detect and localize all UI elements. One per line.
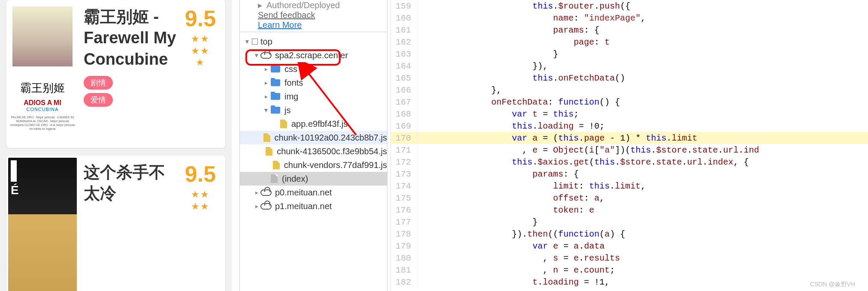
code-text: page: t	[429, 37, 610, 47]
code-line[interactable]: 163 }	[391, 48, 868, 60]
tag[interactable]: 爱情	[84, 93, 113, 107]
chevron-down-icon: ▼	[243, 38, 251, 45]
tree-folder-css[interactable]: ▸ css	[240, 62, 387, 76]
js-file-icon	[263, 133, 270, 142]
cloud-icon	[260, 189, 272, 196]
star-icons: ★★★★	[180, 189, 221, 212]
learn-more-link[interactable]: Learn More	[258, 20, 302, 30]
chevron-right-icon: ▸	[253, 203, 260, 210]
line-number: 161	[391, 25, 417, 35]
code-line[interactable]: 182 t.loading = !1,	[391, 276, 868, 288]
tree-file[interactable]: chunk-vendors.77daf991.js	[240, 158, 387, 172]
code-text: var e = a.data	[429, 241, 605, 251]
code-line[interactable]: 177 }	[391, 216, 868, 228]
code-editor[interactable]: 159 this.$router.push({160 name: "indexP…	[391, 0, 868, 291]
movie-poster[interactable]	[8, 158, 77, 291]
code-line[interactable]: 165 this.onFetchData()	[391, 72, 868, 84]
movie-list-panel: 霸王别姬 ADIOS A MI CONCUBINA PALMA DE ORO ·…	[0, 0, 232, 291]
line-number: 171	[391, 145, 417, 155]
tree-top[interactable]: ▼ top	[240, 35, 387, 48]
code-line[interactable]: 166 },	[391, 84, 868, 96]
code-line[interactable]: 175 offset: a,	[391, 192, 868, 204]
movie-poster[interactable]: 霸王别姬 ADIOS A MI CONCUBINA PALMA DE ORO ·…	[8, 2, 77, 144]
code-text: name: "indexPage",	[429, 13, 646, 23]
tree-label: css	[284, 64, 297, 74]
code-line[interactable]: 172 this.$axios.get(this.$store.state.ur…	[391, 156, 868, 168]
code-line[interactable]: 170 var a = (this.page - 1) * this.limit	[391, 132, 868, 144]
line-number: 180	[391, 253, 417, 263]
movie-card[interactable]: 这个杀手不太冷 9.5 ★★★★	[6, 156, 225, 291]
tree-file[interactable]: chunk-4136500c.f3e9bb54.js	[240, 144, 387, 158]
code-line[interactable]: 167 onFetchData: function() {	[391, 96, 868, 108]
gutter-border	[390, 0, 391, 291]
movie-title[interactable]: 霸王别姬 - Farewell My Concubine	[84, 6, 180, 70]
code-line[interactable]: 168 var t = this;	[391, 108, 868, 120]
code-line[interactable]: 176 token: e	[391, 204, 868, 216]
chevron-right-icon: ▸	[253, 189, 260, 196]
movie-card[interactable]: 霸王别姬 ADIOS A MI CONCUBINA PALMA DE ORO ·…	[6, 0, 225, 148]
code-line[interactable]: 164 }),	[391, 60, 868, 72]
line-number: 159	[391, 1, 417, 11]
tree-file[interactable]: chunk-10192a00.243cb8b7.js	[240, 131, 387, 144]
sources-info: Authored/Deployed Send feedback Learn Mo…	[240, 0, 387, 32]
movie-title[interactable]: 这个杀手不太冷	[84, 162, 180, 204]
code-line[interactable]: 181 , n = e.count;	[391, 264, 868, 276]
tree-folder-fonts[interactable]: ▸ fonts	[240, 76, 387, 90]
tag[interactable]: 剧情	[84, 76, 113, 90]
code-line[interactable]: 179 var e = a.data	[391, 240, 868, 252]
code-text: , n = e.count;	[429, 265, 615, 275]
tree-label: p0.meituan.net	[275, 188, 332, 198]
line-number: 182	[391, 277, 417, 287]
tree-domain-ext[interactable]: ▸ p1.meituan.net	[240, 199, 387, 213]
tree-label: spa2.scrape.center	[275, 51, 348, 60]
movie-rating: 9.5	[180, 161, 221, 187]
code-text: onFetchData: function() {	[429, 97, 620, 107]
code-text: offset: a,	[429, 193, 605, 203]
line-number: 178	[391, 229, 417, 239]
star-icons: ★★★★★	[180, 33, 221, 69]
code-line[interactable]: 178 }).then((function(a) {	[391, 228, 868, 240]
tree-file[interactable]: app.e9fbf43f.js	[240, 117, 387, 131]
code-line[interactable]: 159 this.$router.push({	[391, 0, 868, 12]
line-number: 166	[391, 85, 417, 95]
page-icon	[271, 174, 278, 183]
tree-domain[interactable]: ▼ spa2.scrape.center	[240, 48, 387, 62]
code-text: token: e	[429, 205, 594, 215]
tree-domain-ext[interactable]: ▸ p0.meituan.net	[240, 186, 387, 199]
code-line[interactable]: 180 , s = e.results	[391, 252, 868, 264]
line-number: 168	[391, 109, 417, 119]
chevron-down-icon: ▼	[262, 107, 270, 114]
tree-folder-js[interactable]: ▼ js	[240, 103, 387, 117]
watermark: CSDN @象野VH	[810, 281, 855, 288]
tree-label: (index)	[282, 174, 308, 184]
poster-title-en1: ADIOS A MI	[8, 99, 77, 107]
tree-label: fonts	[284, 78, 303, 88]
code-line[interactable]: 173 params: {	[391, 168, 868, 180]
line-number: 170	[391, 133, 417, 143]
tree-index[interactable]: (index)	[240, 172, 387, 186]
send-feedback-link[interactable]: Send feedback	[258, 10, 315, 20]
code-text: var a = (this.page - 1) * this.limit	[429, 133, 697, 143]
code-text: this.$axios.get(this.$store.state.url.in…	[429, 157, 749, 167]
poster-title-en2: CONCUBINA	[8, 107, 77, 112]
tree-label: chunk-vendors.77daf991.js	[284, 160, 387, 170]
code-text: params: {	[429, 169, 579, 179]
code-text: this.$router.push({	[429, 1, 630, 11]
line-number: 164	[391, 61, 417, 71]
code-line[interactable]: 162 page: t	[391, 36, 868, 48]
tree-label: js	[284, 105, 290, 115]
code-line[interactable]: 160 name: "indexPage",	[391, 12, 868, 24]
cloud-icon	[260, 203, 272, 210]
code-line[interactable]: 174 limit: this.limit,	[391, 180, 868, 192]
code-line[interactable]: 169 this.loading = !0;	[391, 120, 868, 132]
poster-title-cn: 霸王别姬	[8, 81, 77, 96]
code-line[interactable]: 171 , e = Object(i["a"])(this.$store.sta…	[391, 144, 868, 156]
line-number: 165	[391, 73, 417, 83]
chevron-right-icon: ▸	[262, 66, 270, 72]
tree-folder-img[interactable]: ▸ img	[240, 90, 387, 103]
code-text: , e = Object(i["a"])(this.$store.state.u…	[429, 145, 759, 155]
line-number: 181	[391, 265, 417, 275]
movie-rating: 9.5	[180, 6, 221, 31]
code-line[interactable]: 161 params: {	[391, 24, 868, 36]
chevron-right-icon: ▸	[262, 93, 270, 100]
